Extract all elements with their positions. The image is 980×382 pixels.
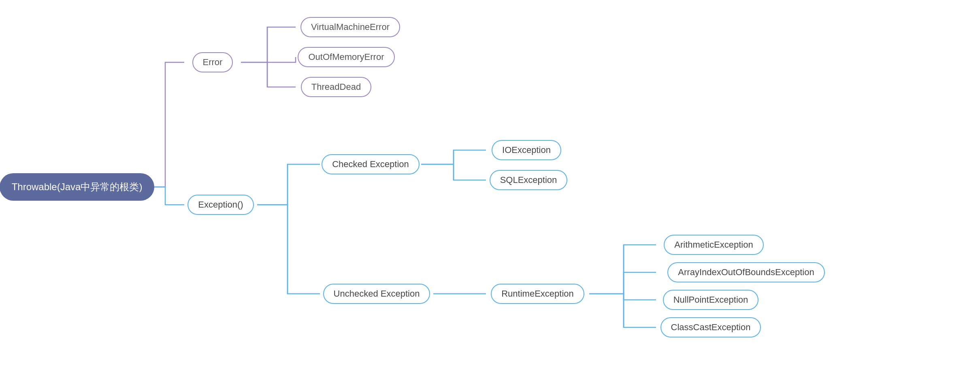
node-sql-exception: SQLException: [486, 170, 571, 190]
node-throwable: Throwable(Java中异常的根类): [8, 174, 146, 200]
arithmetic-exception-label: ArithmeticException: [664, 235, 763, 255]
thread-dead-label: ThreadDead: [301, 77, 371, 97]
null-point-exception-label: NullPointException: [663, 290, 759, 310]
node-io-exception: IOException: [486, 140, 567, 160]
checked-exception-label: Checked Exception: [322, 154, 420, 174]
node-thread-dead: ThreadDead: [296, 77, 377, 97]
out-of-memory-error-label: OutOfMemoryError: [298, 47, 394, 67]
runtime-exception-label: RuntimeException: [491, 284, 584, 304]
node-exception: Exception(): [184, 194, 257, 215]
node-null-point-exception: NullPointException: [656, 290, 765, 310]
io-exception-label: IOException: [492, 140, 561, 160]
virtual-machine-error-label: VirtualMachineError: [300, 17, 400, 37]
node-checked-exception: Checked Exception: [320, 154, 421, 175]
node-arithmetic-exception: ArithmeticException: [656, 235, 771, 255]
array-index-exception-label: ArrayIndexOutOfBoundsException: [667, 262, 824, 282]
node-virtual-machine-error: VirtualMachineError: [296, 17, 405, 37]
node-error: Error: [184, 52, 241, 73]
node-array-index-exception: ArrayIndexOutOfBoundsException: [656, 262, 836, 282]
sql-exception-label: SQLException: [490, 170, 568, 190]
error-label: Error: [192, 52, 233, 72]
node-runtime-exception: RuntimeException: [486, 283, 589, 304]
exception-label: Exception(): [187, 195, 254, 215]
throwable-label: Throwable(Java中异常的根类): [0, 173, 154, 201]
node-unchecked-exception: Unchecked Exception: [320, 283, 433, 304]
node-out-of-memory-error: OutOfMemoryError: [296, 47, 397, 67]
diagram-container: Throwable(Java中异常的根类) Error VirtualMachi…: [0, 0, 980, 382]
node-class-cast-exception: ClassCastException: [656, 317, 765, 337]
unchecked-exception-label: Unchecked Exception: [323, 284, 430, 304]
class-cast-exception-label: ClassCastException: [660, 317, 761, 337]
